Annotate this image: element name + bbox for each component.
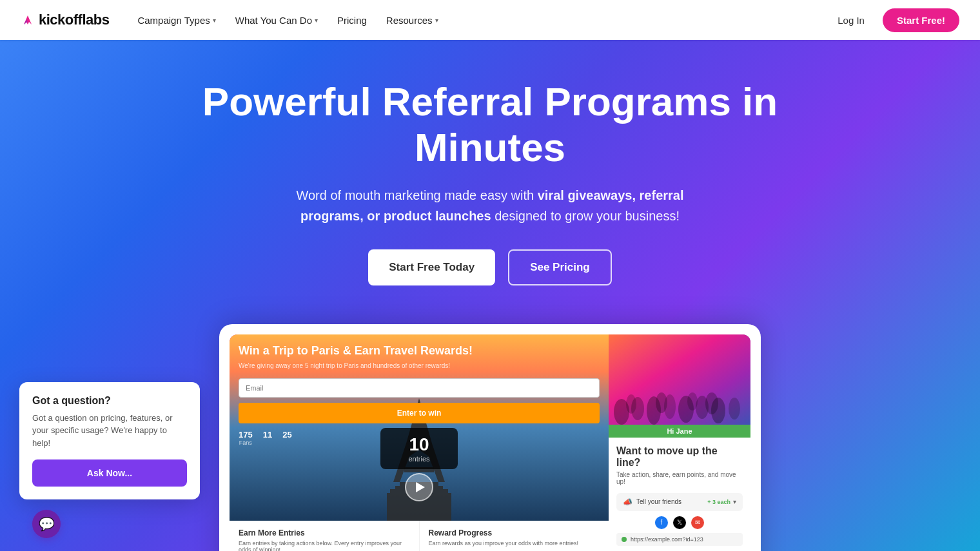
waitlist-social-icons: f 𝕏 ✉	[616, 516, 743, 529]
paris-giveaway-desc: We're giving away one 5 night trip to Pa…	[239, 362, 600, 369]
entry-count: 10	[391, 434, 447, 455]
nav-resources[interactable]: Resources ▾	[378, 10, 446, 31]
start-free-nav-button[interactable]: Start Free!	[883, 8, 959, 32]
see-pricing-button[interactable]: See Pricing	[508, 249, 612, 285]
paris-stat-3: 25	[282, 430, 291, 446]
hero-subtitle: Word of mouth marketing made easy with v…	[290, 185, 690, 226]
earn-title: Earn More Entries	[239, 528, 410, 537]
chat-ask-button[interactable]: Ask Now...	[32, 459, 187, 487]
email-share-icon[interactable]: ✉	[691, 516, 704, 529]
play-button[interactable]	[405, 473, 433, 501]
logo[interactable]: kickofflabs	[21, 12, 109, 28]
waitlist-header: Hi Jane	[609, 425, 750, 438]
share-icon: 📣	[623, 498, 632, 507]
logo-icon	[21, 13, 35, 27]
waitlist-body: Want to move up the line? Take action, s…	[609, 438, 750, 551]
svg-point-19	[656, 392, 667, 413]
reward-panel: Reward Progress Earn rewards as you impr…	[420, 521, 609, 551]
reward-title: Reward Progress	[429, 528, 600, 537]
demo-left: Win a Trip to Paris & Earn Travel Reward…	[230, 334, 609, 551]
crowd-image	[609, 334, 750, 425]
reward-desc: Earn rewards as you improve your odds wi…	[429, 540, 600, 546]
navbar-left: kickofflabs Campaign Types ▾ What You Ca…	[21, 10, 446, 31]
paris-stat-2: 11	[263, 430, 272, 446]
paris-email-input[interactable]	[239, 378, 600, 398]
nav-campaign-types[interactable]: Campaign Types ▾	[130, 10, 223, 31]
chevron-down-icon: ▾	[435, 17, 438, 24]
twitter-share-icon[interactable]: 𝕏	[673, 516, 686, 529]
hero-title: Powerful Referral Programs in Minutes	[200, 79, 780, 171]
navbar-right: Log In Start Free!	[830, 8, 959, 32]
entry-overlay: 10 entries	[380, 428, 458, 469]
chat-popup-desc: Got a question on pricing, features, or …	[32, 412, 187, 450]
earn-panel: Earn More Entries Earn entries by taking…	[230, 521, 420, 551]
demo-inner: Win a Trip to Paris & Earn Travel Reward…	[230, 334, 750, 551]
login-button[interactable]: Log In	[830, 10, 872, 31]
navbar: kickofflabs Campaign Types ▾ What You Ca…	[0, 0, 980, 40]
logo-text: kickofflabs	[39, 12, 109, 28]
svg-point-20	[687, 392, 698, 411]
start-free-today-button[interactable]: Start Free Today	[368, 249, 495, 285]
paris-giveaway-title: Win a Trip to Paris & Earn Travel Reward…	[239, 343, 600, 358]
svg-point-21	[705, 392, 718, 414]
link-dot-icon	[622, 537, 627, 542]
nav-links: Campaign Types ▾ What You Can Do ▾ Prici…	[130, 10, 446, 31]
chat-bubble-button[interactable]: 💬	[32, 510, 61, 538]
chevron-down-icon: ▾	[213, 17, 216, 24]
svg-point-17	[729, 398, 740, 420]
play-icon	[416, 482, 425, 492]
demo-right: Hi Jane Want to move up the line? Take a…	[609, 334, 750, 551]
entry-label: entries	[391, 455, 447, 463]
chevron-down-icon: ▾	[315, 17, 318, 24]
waitlist-action-row: 📣 Tell your friends + 3 each ▾	[616, 493, 743, 511]
waitlist-desc: Take action, share, earn points, and mov…	[616, 471, 743, 485]
svg-point-18	[626, 394, 636, 414]
nav-what-can-do[interactable]: What You Can Do ▾	[228, 10, 326, 31]
waitlist-link: https://example.com?id=123	[616, 533, 743, 546]
demo-bottom-row: Earn More Entries Earn entries by taking…	[230, 521, 609, 551]
chat-bubble-icon: 💬	[39, 516, 55, 532]
crowd-svg	[609, 334, 750, 425]
waitlist-title: Want to move up the line?	[616, 445, 743, 469]
hero-buttons: Start Free Today See Pricing	[368, 249, 612, 285]
chat-popup-title: Got a question?	[32, 395, 187, 407]
chat-popup: Got a question? Got a question on pricin…	[19, 382, 200, 500]
nav-pricing[interactable]: Pricing	[329, 10, 375, 31]
demo-container: Win a Trip to Paris & Earn Travel Reward…	[219, 324, 761, 551]
earn-desc: Earn entries by taking actions below. Ev…	[239, 540, 410, 551]
paris-enter-button[interactable]: Enter to win	[239, 403, 600, 423]
chevron-icon: ▾	[733, 498, 736, 505]
paris-stat-fans: 175 Fans	[239, 430, 253, 446]
facebook-share-icon[interactable]: f	[655, 516, 668, 529]
